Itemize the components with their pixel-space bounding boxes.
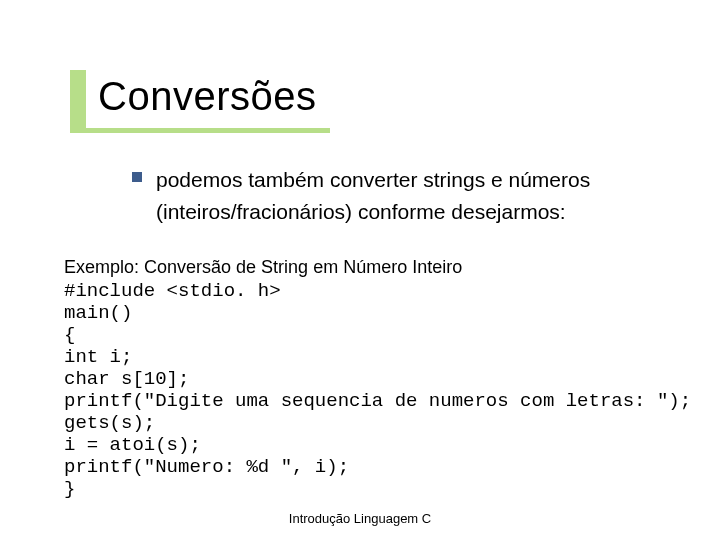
slide: Conversões podemos também converter stri… — [0, 0, 720, 540]
footer-text: Introdução Linguagem C — [0, 511, 720, 526]
bullet-block: podemos também converter strings e númer… — [132, 164, 672, 228]
bullet-text: podemos também converter strings e númer… — [156, 164, 590, 228]
bullet-item: podemos também converter strings e númer… — [132, 164, 672, 228]
bullet-line-1: podemos também converter strings e númer… — [156, 168, 590, 191]
code-line: i = atoi(s); — [64, 434, 704, 456]
example-heading: Exemplo: Conversão de String em Número I… — [64, 256, 704, 278]
code-line: main() — [64, 302, 704, 324]
code-line: printf("Numero: %d ", i); — [64, 456, 704, 478]
slide-title: Conversões — [98, 74, 316, 119]
title-accent-bar — [70, 70, 86, 128]
code-line: } — [64, 478, 704, 500]
bullet-square-icon — [132, 172, 142, 182]
code-line: int i; — [64, 346, 704, 368]
code-line: char s[10]; — [64, 368, 704, 390]
bullet-line-2: (inteiros/fracionários) conforme desejar… — [156, 200, 566, 223]
code-line: #include <stdio. h> — [64, 280, 704, 302]
code-line: gets(s); — [64, 412, 704, 434]
example-block: Exemplo: Conversão de String em Número I… — [64, 256, 704, 500]
title-accent-underline — [70, 128, 330, 133]
code-line: printf("Digite uma sequencia de numeros … — [64, 390, 704, 412]
code-line: { — [64, 324, 704, 346]
